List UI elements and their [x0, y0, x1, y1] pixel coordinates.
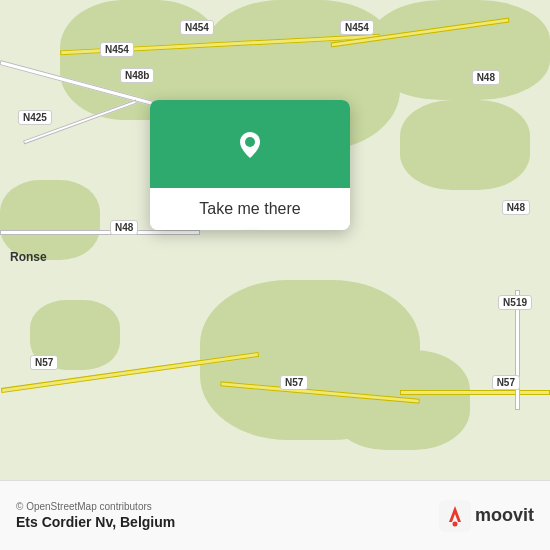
town-label: Ronse	[10, 250, 47, 264]
popup-header	[150, 100, 350, 188]
footer-info: © OpenStreetMap contributors Ets Cordier…	[16, 501, 175, 530]
green-area	[400, 100, 530, 190]
road-label-n48b: N48b	[120, 68, 154, 83]
footer: © OpenStreetMap contributors Ets Cordier…	[0, 480, 550, 550]
map-area: N454 N454 N454 N48 N48b N48 N48 N57 N57 …	[0, 0, 550, 480]
road-label-n454-right: N454	[340, 20, 374, 35]
take-me-there-button[interactable]: Take me there	[150, 188, 350, 230]
road-label-n48-far: N48	[502, 200, 530, 215]
svg-point-1	[245, 137, 255, 147]
moovit-logo-icon	[439, 500, 471, 532]
road-label-n48-right: N48	[472, 70, 500, 85]
location-title: Ets Cordier Nv, Belgium	[16, 514, 175, 530]
svg-point-3	[452, 521, 457, 526]
road-label-n57-mid: N57	[280, 375, 308, 390]
road-label-n454: N454	[180, 20, 214, 35]
green-area	[370, 0, 550, 100]
road-label-n48: N48	[110, 220, 138, 235]
road-n57	[400, 390, 550, 395]
popup-card: Take me there	[150, 100, 350, 230]
copyright-text: © OpenStreetMap contributors	[16, 501, 175, 512]
road-n48	[0, 230, 200, 235]
svg-rect-2	[439, 500, 471, 532]
road-label-n57-right: N57	[492, 375, 520, 390]
road-label-n519: N519	[498, 295, 532, 310]
location-pin-icon	[228, 122, 272, 166]
moovit-text: moovit	[475, 505, 534, 526]
road-label-n454-mid: N454	[100, 42, 134, 57]
road-label-n57-left: N57	[30, 355, 58, 370]
road-label-n425: N425	[18, 110, 52, 125]
green-area	[0, 180, 100, 260]
moovit-logo: moovit	[439, 500, 534, 532]
